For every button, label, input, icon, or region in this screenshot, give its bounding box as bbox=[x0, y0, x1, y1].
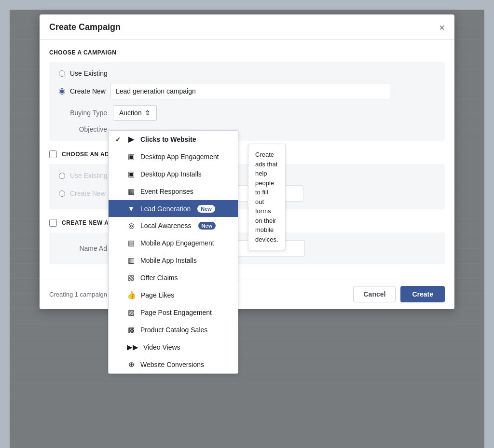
modal-title: Create Campaign bbox=[49, 22, 121, 32]
dropdown-item-local-awareness[interactable]: ◎Local AwarenessNew bbox=[109, 217, 238, 234]
modal-body: CHOOSE A CAMPAIGN Use Existing Create Ne… bbox=[40, 40, 454, 279]
item-icon: ▥ bbox=[127, 256, 136, 265]
objective-label: Objective bbox=[59, 125, 107, 133]
item-label: Clicks to Website bbox=[140, 136, 196, 143]
use-existing-row: Use Existing bbox=[59, 69, 435, 77]
item-icon: 👍 bbox=[127, 291, 136, 299]
item-icon: ▤ bbox=[127, 239, 136, 247]
campaign-section: CHOOSE A CAMPAIGN Use Existing Create Ne… bbox=[49, 49, 445, 141]
dropdown-item-product-catalog-sales[interactable]: ▩Product Catalog Sales bbox=[109, 321, 238, 339]
footer-buttons: Cancel Create bbox=[353, 286, 445, 302]
dropdown-item-video-views[interactable]: ▶▶Video Views bbox=[109, 339, 238, 356]
item-label: Page Post Engagement bbox=[140, 309, 212, 316]
ad-set-checkbox[interactable] bbox=[49, 150, 57, 158]
dropdown-item-clicks-to-website[interactable]: ✓▶Clicks to Website bbox=[109, 131, 238, 148]
item-icon: ▼ bbox=[127, 204, 136, 213]
ad-set-use-existing-label: Use Existing bbox=[70, 172, 108, 179]
buying-type-dropdown-container: Auction ⇕ bbox=[113, 105, 157, 121]
item-label: Website Conversions bbox=[140, 361, 204, 368]
item-icon: ▧ bbox=[127, 273, 136, 282]
name-ad-label: Name Ad bbox=[59, 244, 107, 252]
item-icon: ▣ bbox=[127, 152, 136, 161]
dropdown-item-desktop-app-installs[interactable]: ▣Desktop App Installs bbox=[109, 165, 238, 183]
create-campaign-modal: Create Campaign × CHOOSE A CAMPAIGN Use … bbox=[40, 14, 454, 309]
item-label: Desktop App Engagement bbox=[140, 153, 219, 161]
modal-footer: Creating 1 campaign Cancel Create bbox=[40, 279, 454, 309]
campaign-section-header: CHOOSE A CAMPAIGN bbox=[49, 49, 445, 56]
create-button[interactable]: Create bbox=[400, 286, 445, 302]
item-icon: ▶▶ bbox=[127, 343, 138, 352]
buying-type-button[interactable]: Auction ⇕ bbox=[113, 105, 157, 121]
buying-type-label: Buying Type bbox=[59, 109, 107, 117]
dropdown-item-page-post-engagement[interactable]: ▨Page Post Engagement bbox=[109, 304, 238, 321]
campaign-section-content: Use Existing Create New Buying Type bbox=[49, 62, 445, 141]
ad-set-use-existing-radio[interactable] bbox=[59, 173, 65, 179]
item-icon: ▣ bbox=[127, 170, 136, 178]
item-label: Desktop App Installs bbox=[140, 170, 202, 178]
create-new-label: Create New bbox=[70, 87, 106, 95]
item-label: Offer Claims bbox=[140, 274, 178, 282]
item-label: Lead Generation bbox=[140, 205, 191, 213]
objective-tooltip: Create ads that help people to fill out … bbox=[248, 144, 286, 250]
dropdown-item-mobile-app-engagement[interactable]: ▤Mobile App Engagement bbox=[109, 234, 238, 252]
modal-close-button[interactable]: × bbox=[439, 23, 445, 32]
item-icon: ⊕ bbox=[127, 360, 136, 369]
item-icon: ◎ bbox=[127, 221, 136, 230]
item-icon: ▦ bbox=[127, 187, 136, 196]
footer-status: Creating 1 campaign bbox=[49, 291, 107, 298]
item-label: Video Views bbox=[143, 343, 180, 351]
item-badge: New bbox=[197, 205, 215, 213]
item-label: Product Catalog Sales bbox=[140, 326, 207, 334]
ad-set-create-new-label: Create New bbox=[70, 190, 106, 197]
use-existing-label: Use Existing bbox=[70, 69, 108, 77]
buying-type-value: Auction bbox=[119, 109, 142, 117]
campaign-section-title: CHOOSE A CAMPAIGN bbox=[49, 49, 116, 56]
item-label: Event Responses bbox=[140, 188, 193, 195]
item-label: Mobile App Engagement bbox=[140, 239, 214, 247]
dropdown-item-website-conversions[interactable]: ⊕Website Conversions bbox=[109, 356, 238, 373]
checkmark-icon: ✓ bbox=[115, 136, 122, 143]
item-label: Mobile App Installs bbox=[140, 257, 197, 264]
objective-row: Objective ✓▶Clicks to Website▣Desktop Ap… bbox=[59, 125, 435, 133]
create-ad-section-title: CREATE NEW AD bbox=[62, 219, 113, 226]
tooltip-text: Create ads that help people to fill out … bbox=[255, 151, 278, 243]
create-ad-checkbox[interactable] bbox=[49, 219, 57, 227]
dropdown-item-event-responses[interactable]: ▦Event Responses bbox=[109, 183, 238, 200]
item-icon: ▩ bbox=[127, 326, 136, 334]
create-new-row: Create New bbox=[59, 83, 435, 99]
dropdown-item-page-likes[interactable]: 👍Page Likes bbox=[109, 286, 238, 304]
item-icon: ▶ bbox=[127, 135, 136, 144]
item-label: Page Likes bbox=[141, 291, 174, 299]
dropdown-item-lead-generation[interactable]: ▼Lead GenerationNew bbox=[109, 200, 238, 217]
use-existing-radio[interactable] bbox=[59, 70, 65, 77]
dropdown-item-desktop-app-engagement[interactable]: ▣Desktop App Engagement bbox=[109, 148, 238, 165]
item-label: Local Awareness bbox=[140, 222, 192, 230]
dropdown-item-mobile-app-installs[interactable]: ▥Mobile App Installs bbox=[109, 252, 238, 269]
create-new-radio[interactable] bbox=[59, 88, 65, 95]
campaign-name-input[interactable] bbox=[110, 83, 390, 99]
buying-type-arrow-icon: ⇕ bbox=[145, 109, 151, 117]
objective-dropdown-menu: ✓▶Clicks to Website▣Desktop App Engageme… bbox=[108, 130, 238, 374]
item-icon: ▨ bbox=[127, 308, 136, 317]
ad-set-create-new-radio[interactable] bbox=[59, 190, 65, 197]
modal-header: Create Campaign × bbox=[40, 14, 454, 40]
item-badge: New bbox=[198, 222, 216, 230]
buying-type-row: Buying Type Auction ⇕ bbox=[59, 105, 435, 121]
cancel-button[interactable]: Cancel bbox=[353, 286, 396, 302]
dropdown-item-offer-claims[interactable]: ▧Offer Claims bbox=[109, 269, 238, 286]
